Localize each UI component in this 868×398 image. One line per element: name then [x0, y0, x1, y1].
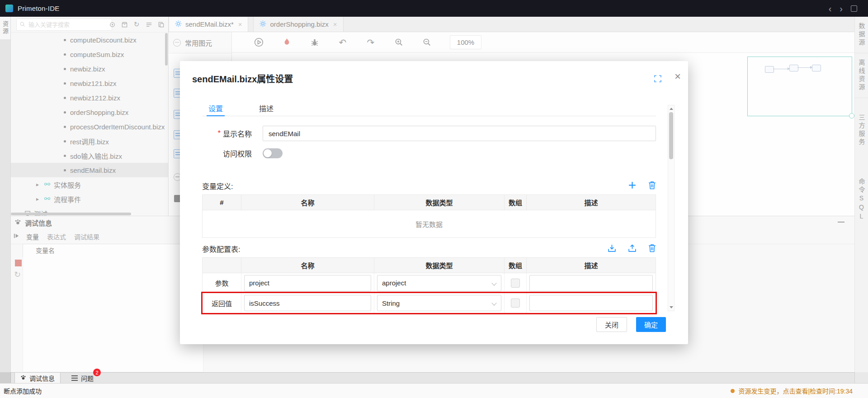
- bottom-tab-label: 调试信息: [29, 374, 55, 383]
- bottom-tab-strip: 调试信息 问题 2: [11, 372, 854, 383]
- dialog-tabs: 设置 描述: [202, 101, 656, 116]
- params-section: 参数配置表:: [202, 243, 656, 255]
- fullscreen-icon[interactable]: [654, 75, 662, 83]
- tab-description[interactable]: 描述: [257, 101, 275, 116]
- titlebar: Primeton-IDE ‹ ›: [0, 0, 868, 17]
- variables-section: 变量定义:: [202, 180, 656, 192]
- dialog-scrollbar[interactable]: [668, 105, 675, 311]
- problems-count-badge: 2: [93, 369, 101, 376]
- variables-col-desc: 描述: [527, 195, 656, 210]
- scrollbar-thumb[interactable]: [669, 112, 673, 159]
- variables-section-title: 变量定义:: [202, 180, 233, 191]
- scroll-down-icon[interactable]: [670, 306, 673, 308]
- bottom-tab-debug[interactable]: 调试信息: [14, 373, 61, 383]
- empty-data-text: 暂无数据: [203, 210, 656, 237]
- param-kind-label: 返回值: [203, 293, 241, 313]
- param-type-value: aproject: [382, 279, 406, 287]
- access-row: 访问权限: [202, 147, 656, 159]
- param-row: 参数 aproject: [203, 273, 656, 293]
- display-name-row: *显示名称: [202, 126, 656, 141]
- app-title: Primeton-IDE: [18, 5, 59, 12]
- return-value-row-highlighted: 返回值 String: [203, 293, 656, 313]
- bottom-tab-problems[interactable]: 问题 2: [66, 373, 99, 383]
- delete-param-icon[interactable]: [648, 244, 656, 254]
- param-name-input[interactable]: [244, 295, 371, 311]
- display-name-input[interactable]: [263, 126, 656, 141]
- change-dot-icon: [731, 389, 735, 393]
- variables-section-actions: [628, 180, 656, 192]
- param-type-select[interactable]: aproject: [377, 275, 501, 291]
- status-notice[interactable]: 资源发生变更，点击查看|检查时间:19:34: [731, 384, 853, 398]
- variables-table: # 名称 数据类型 数组 描述 暂无数据: [202, 194, 656, 238]
- status-message: 断点添加成功: [4, 384, 42, 398]
- dialog-footer: 关闭 确定: [596, 317, 666, 332]
- restore-window-icon[interactable]: [851, 5, 857, 12]
- close-button[interactable]: 关闭: [596, 317, 627, 332]
- dialog-title: sendEMail.bizx属性设置: [192, 72, 293, 85]
- bottom-tab-label: 问题: [81, 374, 94, 383]
- list-icon: [71, 375, 78, 381]
- dialog-close-icon[interactable]: ×: [675, 71, 681, 82]
- param-desc-input[interactable]: [529, 295, 653, 311]
- variables-col-name: 名称: [241, 195, 374, 210]
- display-name-label-text: 显示名称: [223, 128, 252, 139]
- debug-paw-icon: [20, 374, 26, 382]
- nav-back-icon[interactable]: ‹: [829, 4, 832, 13]
- param-kind-label: 参数: [203, 273, 241, 293]
- params-table-header: 名称 数据类型 数组 描述: [203, 258, 656, 273]
- window-controls: ‹ ›: [829, 0, 857, 17]
- status-notice-text: 资源发生变更，点击查看|检查时间:19:34: [738, 386, 853, 395]
- access-label: 访问权限: [202, 147, 252, 159]
- array-checkbox[interactable]: [511, 298, 520, 308]
- statusbar: 断点添加成功 资源发生变更，点击查看|检查时间:19:34: [0, 383, 868, 398]
- chevron-down-icon: [491, 300, 496, 305]
- params-section-actions: [608, 243, 656, 255]
- params-table: 名称 数据类型 数组 描述 参数 aproject 返回值: [202, 257, 656, 313]
- param-type-value: String: [382, 299, 400, 307]
- chevron-down-icon: [491, 280, 496, 285]
- app-logo-icon: [5, 5, 13, 12]
- param-name-input[interactable]: [244, 275, 371, 291]
- export-icon[interactable]: [628, 244, 637, 254]
- app-window: Primeton-IDE ‹ › 资源: [0, 0, 868, 398]
- toggle-knob: [264, 149, 272, 157]
- params-col-name: 名称: [241, 258, 374, 273]
- required-asterisk: *: [218, 129, 221, 137]
- delete-variable-icon[interactable]: [648, 181, 656, 191]
- param-type-select[interactable]: String: [377, 295, 501, 311]
- add-variable-icon[interactable]: [628, 181, 637, 191]
- params-col-type: 数据类型: [374, 258, 505, 273]
- params-col-desc: 描述: [527, 258, 656, 273]
- array-checkbox[interactable]: [511, 279, 520, 288]
- nav-forward-icon[interactable]: ›: [840, 4, 843, 13]
- variables-col-index: #: [203, 195, 241, 210]
- params-section-title: 参数配置表:: [202, 243, 240, 254]
- variables-table-header: # 名称 数据类型 数组 描述: [203, 195, 656, 210]
- variables-col-type: 数据类型: [374, 195, 505, 210]
- import-icon[interactable]: [608, 244, 616, 254]
- scroll-up-icon[interactable]: [670, 108, 673, 110]
- display-name-label: *显示名称: [202, 126, 252, 141]
- tab-settings[interactable]: 设置: [207, 101, 225, 116]
- properties-dialog: sendEMail.bizx属性设置 × 设置 描述 *显示名称 访问权限 变量…: [180, 61, 688, 344]
- confirm-button[interactable]: 确定: [636, 317, 666, 332]
- param-desc-input[interactable]: [529, 275, 653, 291]
- access-toggle[interactable]: [263, 148, 283, 158]
- params-col-array: 数组: [505, 258, 527, 273]
- params-col-kind: [203, 258, 241, 273]
- variables-col-array: 数组: [505, 195, 527, 210]
